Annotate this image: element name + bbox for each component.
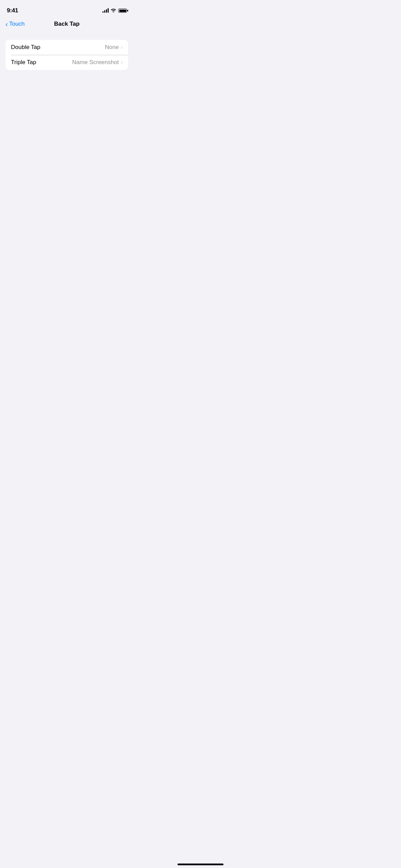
nav-bar: ‹ Touch Back Tap	[0, 16, 134, 32]
status-bar: 9:41	[0, 0, 134, 16]
battery-icon	[118, 9, 127, 13]
double-tap-row[interactable]: Double Tap None ›	[5, 40, 128, 55]
back-button[interactable]: ‹ Touch	[5, 21, 25, 27]
triple-tap-row[interactable]: Triple Tap Name Screenshot ›	[5, 55, 128, 70]
signal-bars-icon	[102, 9, 109, 13]
status-time: 9:41	[7, 7, 18, 14]
page-title: Back Tap	[54, 21, 80, 27]
triple-tap-chevron-icon: ›	[121, 59, 123, 65]
status-icons	[102, 8, 127, 13]
triple-tap-value: Name Screenshot	[72, 59, 119, 66]
double-tap-chevron-icon: ›	[121, 44, 123, 50]
double-tap-right: None ›	[105, 44, 123, 51]
double-tap-value: None	[105, 44, 119, 51]
triple-tap-label: Triple Tap	[11, 59, 36, 66]
wifi-icon	[111, 8, 116, 13]
back-chevron-icon: ‹	[5, 21, 8, 27]
triple-tap-right: Name Screenshot ›	[72, 59, 123, 66]
double-tap-label: Double Tap	[11, 44, 40, 51]
back-label: Touch	[9, 21, 25, 27]
settings-group: Double Tap None › Triple Tap Name Screen…	[5, 40, 128, 70]
